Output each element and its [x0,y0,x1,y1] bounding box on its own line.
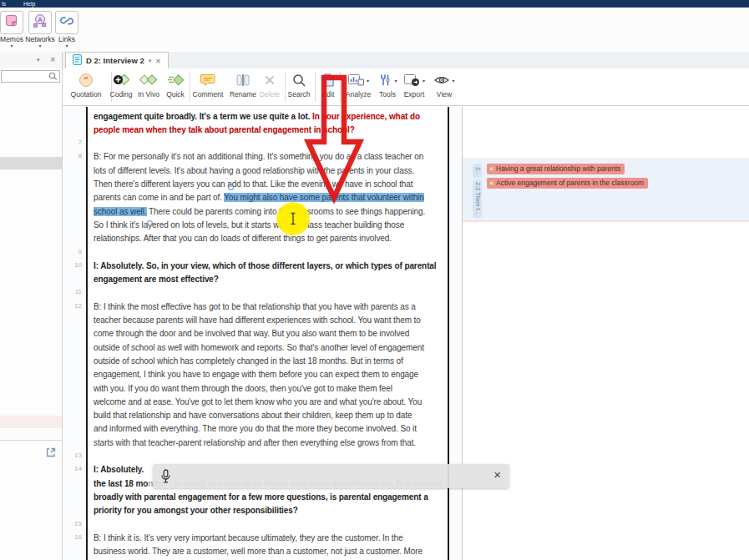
document-text-line: B: For me personally it's not an additio… [94,150,444,164]
ribbon-button-comment[interactable]: Comment [188,72,228,98]
comment-icon [188,72,228,88]
panel-close-icon[interactable]: × [50,54,55,64]
text-run: B: I think the most effective has got to… [94,302,416,311]
toolbar-button-links[interactable]: Links▾ [48,9,85,48]
menu-item-partial[interactable]: ls [2,0,6,8]
view-icon: ▾ [424,72,464,88]
svg-text:A: A [38,16,43,23]
text-run: people mean when they talk about parenta… [94,125,355,134]
panel-selected-row[interactable] [0,157,62,169]
panel-code-row[interactable] [0,416,62,428]
document-text-line: priority for you amongst your other resp… [94,504,444,517]
document-text-line: outside of school as well with homework … [94,341,444,355]
text-run: welcome and at ease. You've got to let t… [94,397,422,406]
ribbon-button-label: Comment [188,90,228,98]
menu-item-help[interactable]: Help [23,0,35,8]
document-text-line: school as well. There could be parents c… [94,205,444,219]
tab-title: D 2: Interview 2 [86,56,144,65]
document-text-line [94,246,444,260]
document-text-line: engagement, I think you have to engage w… [94,368,444,381]
document-text-line: I: Absolutely. So, in your view, which o… [94,260,444,273]
text-run: B: I think it is. It's very very importa… [94,533,402,542]
text-cursor-icon [288,212,298,225]
link-icon [55,11,78,34]
text-run: business world. They are a customer, wel… [94,547,423,556]
paragraph-number: 7 [63,139,82,146]
search-input[interactable] [1,70,60,83]
dropdown-caret-icon[interactable]: ▾ [452,78,454,83]
cursor-spotlight [276,202,310,235]
app-window: ls Help Memos▾ANetworks▾Links▾ ▾ × D 2: … [0,0,749,560]
document-viewer: 78910111213141516 engagement quite broad… [63,107,462,560]
code-color-dot [489,167,493,171]
svg-text:”: ” [84,75,89,86]
paragraph-number: 12 [63,302,82,310]
text-run: I: Absolutely. So, in your view, which o… [94,261,437,270]
paragraph-number: 9 [63,248,82,255]
dictation-close-icon[interactable]: × [493,467,501,482]
text-run: engagement are most effective? [94,275,219,284]
document-text-line: and informed with everything. The more y… [94,422,444,436]
search-icon [48,72,58,81]
tab-interview-2[interactable]: D 2: Interview 2 ▾ × [65,52,169,68]
document-text-line: B: I think the most effective has got to… [94,300,444,314]
text-run: In your experience, what do [312,112,420,121]
code-label[interactable]: Having a great relationship with parents [487,164,625,174]
memo-icon [0,11,23,34]
panel-dropdown-icon[interactable]: ▾ [37,57,40,63]
text-run: I: Absolutely. [94,465,144,474]
paragraph-number: 16 [63,533,82,541]
document-icon [73,53,82,68]
document-text-line: with you. If you do want them through th… [94,382,444,396]
code-label-text: Having a great relationship with parents [496,164,620,174]
document-text-line: people mean when they talk about parenta… [94,124,444,137]
panel-splitter[interactable] [62,52,63,560]
text-run: with you. If you do want them through th… [94,384,392,393]
open-in-new-window-icon[interactable] [45,446,57,462]
tab-close-icon[interactable]: × [155,56,160,66]
document-text-line [94,450,444,463]
tab-dropdown-icon[interactable]: ▾ [149,58,152,64]
paragraph-number: 15 [63,520,82,527]
code-color-dot [489,181,493,185]
ribbon-button-view[interactable]: ▾View [424,72,464,98]
quotation-bar[interactable]: 2:2 Then t... [473,179,482,218]
code-label[interactable]: Active engagement of parents in the clas… [487,178,648,189]
text-run: engagement, I think you have to engage w… [94,370,418,379]
document-text-line: engagement are most effective? [94,273,444,286]
toolbar-button-label: Links [48,35,85,43]
quotation-bar[interactable]: 2.. [473,164,482,178]
ribbon-button-label: View [424,90,464,98]
ribbon-button-quotation[interactable]: ”Quotation [66,72,106,98]
quotation-icon: ” [66,72,106,88]
menu-bar: ls Help [0,0,749,8]
text-run: come through the door and be involved th… [94,329,409,338]
code-label-text: Active engagement of parents in the clas… [496,178,644,189]
ribbon-toolbar: ”QuotationCodingIn VivoQuickCommentRenam… [0,68,749,106]
paragraph-number: 10 [63,261,82,269]
left-panel-header: ▾ × [0,52,62,69]
selected-text: school as well. [94,207,147,216]
document-text-line: engagement quite broadly. It's a term we… [94,110,444,124]
microphone-icon[interactable] [160,469,171,487]
top-toolbar: Memos▾ANetworks▾Links▾ [0,8,749,53]
text-run: relationships. After that you can do loa… [94,234,392,243]
document-text-line: welcome and at ease. You've got to let t… [94,396,444,409]
selection-start-handle[interactable] [228,184,234,190]
text-run: teacher because parents will have had di… [94,315,421,325]
text-run: build that relationship and have convers… [94,411,412,420]
panel-divider [0,440,62,441]
document-text-line [94,137,444,150]
dropdown-caret-icon[interactable]: ▾ [48,43,85,48]
document-text-line: lots of different levels. It's about hav… [94,164,444,178]
document-text-line: B: I think it is. It's very very importa… [94,532,444,545]
text-run: lots of different levels. It's about hav… [94,166,414,175]
text-run: B: For me personally it's not an additio… [94,152,423,161]
ribbon-button-label: Quotation [66,90,106,98]
text-run: So I think it's layered on lots of level… [94,220,404,230]
text-run: outside of school which has completely c… [94,356,403,366]
document-page[interactable]: engagement quite broadly. It's a term we… [86,107,449,560]
left-panel [0,68,62,560]
selection-end-handle[interactable] [147,220,153,226]
document-text-line [94,518,444,532]
